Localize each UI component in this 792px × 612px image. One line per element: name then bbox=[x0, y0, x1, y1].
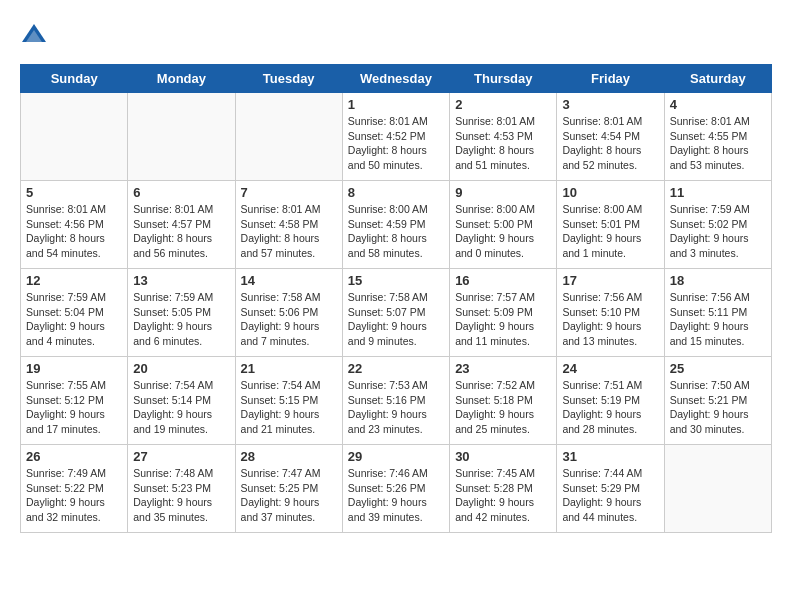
day-info: Sunrise: 7:59 AM Sunset: 5:02 PM Dayligh… bbox=[670, 202, 766, 261]
calendar-cell bbox=[235, 93, 342, 181]
day-number: 16 bbox=[455, 273, 551, 288]
calendar-cell: 25Sunrise: 7:50 AM Sunset: 5:21 PM Dayli… bbox=[664, 357, 771, 445]
day-info: Sunrise: 7:55 AM Sunset: 5:12 PM Dayligh… bbox=[26, 378, 122, 437]
calendar-cell: 5Sunrise: 8:01 AM Sunset: 4:56 PM Daylig… bbox=[21, 181, 128, 269]
calendar-cell bbox=[128, 93, 235, 181]
day-info: Sunrise: 8:01 AM Sunset: 4:56 PM Dayligh… bbox=[26, 202, 122, 261]
calendar-cell: 4Sunrise: 8:01 AM Sunset: 4:55 PM Daylig… bbox=[664, 93, 771, 181]
day-info: Sunrise: 8:01 AM Sunset: 4:53 PM Dayligh… bbox=[455, 114, 551, 173]
day-info: Sunrise: 7:56 AM Sunset: 5:11 PM Dayligh… bbox=[670, 290, 766, 349]
day-number: 18 bbox=[670, 273, 766, 288]
day-info: Sunrise: 8:00 AM Sunset: 5:00 PM Dayligh… bbox=[455, 202, 551, 261]
calendar-cell: 7Sunrise: 8:01 AM Sunset: 4:58 PM Daylig… bbox=[235, 181, 342, 269]
calendar-week-2: 5Sunrise: 8:01 AM Sunset: 4:56 PM Daylig… bbox=[21, 181, 772, 269]
calendar-cell: 9Sunrise: 8:00 AM Sunset: 5:00 PM Daylig… bbox=[450, 181, 557, 269]
calendar-cell: 22Sunrise: 7:53 AM Sunset: 5:16 PM Dayli… bbox=[342, 357, 449, 445]
day-info: Sunrise: 7:53 AM Sunset: 5:16 PM Dayligh… bbox=[348, 378, 444, 437]
day-info: Sunrise: 7:54 AM Sunset: 5:15 PM Dayligh… bbox=[241, 378, 337, 437]
day-number: 8 bbox=[348, 185, 444, 200]
calendar-cell: 15Sunrise: 7:58 AM Sunset: 5:07 PM Dayli… bbox=[342, 269, 449, 357]
calendar-cell: 14Sunrise: 7:58 AM Sunset: 5:06 PM Dayli… bbox=[235, 269, 342, 357]
weekday-header-row: SundayMondayTuesdayWednesdayThursdayFrid… bbox=[21, 65, 772, 93]
logo-icon bbox=[20, 20, 48, 48]
day-info: Sunrise: 7:48 AM Sunset: 5:23 PM Dayligh… bbox=[133, 466, 229, 525]
day-number: 25 bbox=[670, 361, 766, 376]
calendar-cell: 11Sunrise: 7:59 AM Sunset: 5:02 PM Dayli… bbox=[664, 181, 771, 269]
calendar-cell: 12Sunrise: 7:59 AM Sunset: 5:04 PM Dayli… bbox=[21, 269, 128, 357]
day-number: 2 bbox=[455, 97, 551, 112]
calendar-cell: 24Sunrise: 7:51 AM Sunset: 5:19 PM Dayli… bbox=[557, 357, 664, 445]
calendar-cell: 31Sunrise: 7:44 AM Sunset: 5:29 PM Dayli… bbox=[557, 445, 664, 533]
weekday-header-thursday: Thursday bbox=[450, 65, 557, 93]
calendar-cell: 1Sunrise: 8:01 AM Sunset: 4:52 PM Daylig… bbox=[342, 93, 449, 181]
day-info: Sunrise: 8:01 AM Sunset: 4:54 PM Dayligh… bbox=[562, 114, 658, 173]
calendar-cell: 2Sunrise: 8:01 AM Sunset: 4:53 PM Daylig… bbox=[450, 93, 557, 181]
day-info: Sunrise: 8:01 AM Sunset: 4:57 PM Dayligh… bbox=[133, 202, 229, 261]
calendar-cell bbox=[21, 93, 128, 181]
calendar-cell: 10Sunrise: 8:00 AM Sunset: 5:01 PM Dayli… bbox=[557, 181, 664, 269]
calendar-cell: 20Sunrise: 7:54 AM Sunset: 5:14 PM Dayli… bbox=[128, 357, 235, 445]
day-info: Sunrise: 7:59 AM Sunset: 5:04 PM Dayligh… bbox=[26, 290, 122, 349]
weekday-header-tuesday: Tuesday bbox=[235, 65, 342, 93]
calendar-cell: 3Sunrise: 8:01 AM Sunset: 4:54 PM Daylig… bbox=[557, 93, 664, 181]
day-number: 1 bbox=[348, 97, 444, 112]
day-number: 7 bbox=[241, 185, 337, 200]
logo bbox=[20, 20, 52, 48]
day-number: 5 bbox=[26, 185, 122, 200]
calendar-cell: 6Sunrise: 8:01 AM Sunset: 4:57 PM Daylig… bbox=[128, 181, 235, 269]
day-number: 31 bbox=[562, 449, 658, 464]
day-number: 3 bbox=[562, 97, 658, 112]
day-number: 4 bbox=[670, 97, 766, 112]
day-info: Sunrise: 8:01 AM Sunset: 4:52 PM Dayligh… bbox=[348, 114, 444, 173]
day-info: Sunrise: 7:49 AM Sunset: 5:22 PM Dayligh… bbox=[26, 466, 122, 525]
day-number: 6 bbox=[133, 185, 229, 200]
calendar-cell: 27Sunrise: 7:48 AM Sunset: 5:23 PM Dayli… bbox=[128, 445, 235, 533]
calendar-cell: 23Sunrise: 7:52 AM Sunset: 5:18 PM Dayli… bbox=[450, 357, 557, 445]
calendar-week-1: 1Sunrise: 8:01 AM Sunset: 4:52 PM Daylig… bbox=[21, 93, 772, 181]
day-info: Sunrise: 8:00 AM Sunset: 4:59 PM Dayligh… bbox=[348, 202, 444, 261]
calendar-cell: 29Sunrise: 7:46 AM Sunset: 5:26 PM Dayli… bbox=[342, 445, 449, 533]
day-info: Sunrise: 7:47 AM Sunset: 5:25 PM Dayligh… bbox=[241, 466, 337, 525]
weekday-header-friday: Friday bbox=[557, 65, 664, 93]
calendar-cell: 13Sunrise: 7:59 AM Sunset: 5:05 PM Dayli… bbox=[128, 269, 235, 357]
weekday-header-wednesday: Wednesday bbox=[342, 65, 449, 93]
day-number: 20 bbox=[133, 361, 229, 376]
day-number: 30 bbox=[455, 449, 551, 464]
day-number: 28 bbox=[241, 449, 337, 464]
page-header bbox=[20, 20, 772, 48]
day-info: Sunrise: 7:44 AM Sunset: 5:29 PM Dayligh… bbox=[562, 466, 658, 525]
day-info: Sunrise: 7:54 AM Sunset: 5:14 PM Dayligh… bbox=[133, 378, 229, 437]
day-info: Sunrise: 7:50 AM Sunset: 5:21 PM Dayligh… bbox=[670, 378, 766, 437]
day-info: Sunrise: 7:45 AM Sunset: 5:28 PM Dayligh… bbox=[455, 466, 551, 525]
day-number: 14 bbox=[241, 273, 337, 288]
day-number: 21 bbox=[241, 361, 337, 376]
calendar-table: SundayMondayTuesdayWednesdayThursdayFrid… bbox=[20, 64, 772, 533]
day-info: Sunrise: 7:56 AM Sunset: 5:10 PM Dayligh… bbox=[562, 290, 658, 349]
day-info: Sunrise: 8:01 AM Sunset: 4:55 PM Dayligh… bbox=[670, 114, 766, 173]
calendar-cell: 19Sunrise: 7:55 AM Sunset: 5:12 PM Dayli… bbox=[21, 357, 128, 445]
day-info: Sunrise: 8:00 AM Sunset: 5:01 PM Dayligh… bbox=[562, 202, 658, 261]
calendar-cell: 16Sunrise: 7:57 AM Sunset: 5:09 PM Dayli… bbox=[450, 269, 557, 357]
day-number: 22 bbox=[348, 361, 444, 376]
day-number: 15 bbox=[348, 273, 444, 288]
day-number: 12 bbox=[26, 273, 122, 288]
calendar-week-3: 12Sunrise: 7:59 AM Sunset: 5:04 PM Dayli… bbox=[21, 269, 772, 357]
day-number: 17 bbox=[562, 273, 658, 288]
calendar-week-5: 26Sunrise: 7:49 AM Sunset: 5:22 PM Dayli… bbox=[21, 445, 772, 533]
calendar-cell: 8Sunrise: 8:00 AM Sunset: 4:59 PM Daylig… bbox=[342, 181, 449, 269]
day-number: 23 bbox=[455, 361, 551, 376]
calendar-cell: 26Sunrise: 7:49 AM Sunset: 5:22 PM Dayli… bbox=[21, 445, 128, 533]
day-number: 29 bbox=[348, 449, 444, 464]
calendar-cell: 17Sunrise: 7:56 AM Sunset: 5:10 PM Dayli… bbox=[557, 269, 664, 357]
weekday-header-monday: Monday bbox=[128, 65, 235, 93]
day-number: 9 bbox=[455, 185, 551, 200]
day-info: Sunrise: 7:46 AM Sunset: 5:26 PM Dayligh… bbox=[348, 466, 444, 525]
weekday-header-sunday: Sunday bbox=[21, 65, 128, 93]
day-info: Sunrise: 7:58 AM Sunset: 5:07 PM Dayligh… bbox=[348, 290, 444, 349]
day-number: 11 bbox=[670, 185, 766, 200]
day-info: Sunrise: 7:52 AM Sunset: 5:18 PM Dayligh… bbox=[455, 378, 551, 437]
calendar-cell: 21Sunrise: 7:54 AM Sunset: 5:15 PM Dayli… bbox=[235, 357, 342, 445]
day-number: 13 bbox=[133, 273, 229, 288]
calendar-cell bbox=[664, 445, 771, 533]
day-number: 24 bbox=[562, 361, 658, 376]
